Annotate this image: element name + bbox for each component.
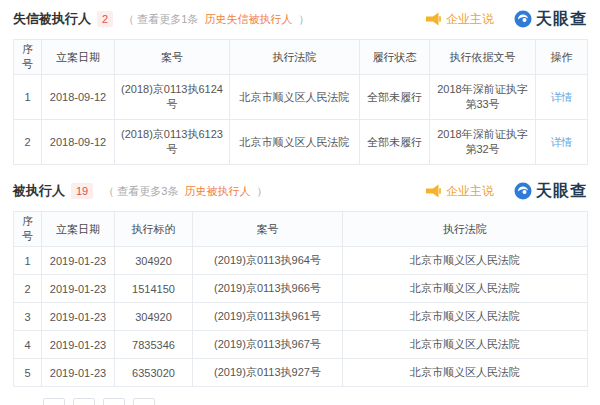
tianyancha-logo-text: 天眼查 [536, 181, 587, 202]
table1-col-court: 执行法院 [230, 40, 360, 75]
table1-col-status: 履行状态 [360, 40, 430, 75]
section1-more: （ 查看更多1条 历史失信被执行人 ） [123, 12, 309, 27]
section1-history-link[interactable]: 历史失信被执行人 [204, 13, 292, 25]
table2-col-no: 序号 [14, 212, 42, 247]
table1-col-date: 立案日期 [42, 40, 115, 75]
table2-col-date: 立案日期 [42, 212, 115, 247]
section1-more-suffix: ） [298, 13, 309, 25]
cell-no: 4 [14, 331, 42, 359]
cell-date: 2019-01-23 [42, 331, 115, 359]
table1-col-basis: 执行依据文号 [430, 40, 536, 75]
section2-count-badge: 19 [71, 183, 93, 199]
section2-title: 被执行人 [13, 182, 65, 200]
tianyancha-logo-text: 天眼查 [536, 9, 587, 30]
megaphone-icon [425, 184, 441, 198]
cell-caseno: (2018)京0113执6123号 [115, 120, 230, 165]
tianyancha-logo-icon [514, 182, 532, 200]
section2-more-suffix: ） [257, 185, 268, 197]
cell-target: 7835346 [115, 331, 193, 359]
cell-action: 详情 [536, 75, 588, 120]
cell-status: 全部未履行 [360, 120, 430, 165]
detail-link[interactable]: 详情 [551, 136, 573, 148]
cell-court: 北京市顺义区人民法院 [343, 359, 588, 387]
cell-date: 2018-09-12 [42, 75, 115, 120]
section2-history-link[interactable]: 历史被执行人 [185, 185, 251, 197]
cell-caseno: (2019)京0113执966号 [193, 275, 343, 303]
table-row: 3 2019-01-23 304920 (2019)京0113执961号 北京市… [14, 303, 588, 331]
cell-caseno: (2019)京0113执967号 [193, 331, 343, 359]
table-row: 5 2019-01-23 6353020 (2019)京0113执927号 北京… [14, 359, 588, 387]
pagination-page-3[interactable]: 3 [73, 398, 95, 405]
cell-date: 2019-01-23 [42, 247, 115, 275]
table2-col-caseno: 案号 [193, 212, 343, 247]
cell-court: 北京市顺义区人民法院 [230, 75, 360, 120]
section1-header: 失信被执行人 2 （ 查看更多1条 历史失信被执行人 ） 企业主说 天眼查 [13, 8, 587, 30]
table-row: 1 2018-09-12 (2018)京0113执6124号 北京市顺义区人民法… [14, 75, 588, 120]
megaphone-icon [425, 12, 441, 26]
cell-date: 2018-09-12 [42, 120, 115, 165]
cell-basis: 2018年深前证执字第33号 [430, 75, 536, 120]
biz-owner-label: 企业主说 [446, 183, 494, 200]
section1-header-left: 失信被执行人 2 （ 查看更多1条 历史失信被执行人 ） [13, 10, 309, 28]
section1-biz-owner-button[interactable]: 企业主说 [425, 11, 494, 28]
pagination-page-2[interactable]: 2 [43, 398, 65, 405]
cell-court: 北京市顺义区人民法院 [343, 331, 588, 359]
cell-action: 详情 [536, 120, 588, 165]
cell-target: 304920 [115, 247, 193, 275]
cell-no: 2 [14, 275, 42, 303]
section1-more-prefix: （ 查看更多1条 [123, 13, 198, 25]
executee-table: 序号 立案日期 执行标的 案号 执行法院 1 2019-01-23 304920… [13, 211, 588, 387]
cell-caseno: (2019)京0113执964号 [193, 247, 343, 275]
section2-header: 被执行人 19 （ 查看更多3条 历史被执行人 ） 企业主说 天眼查 [13, 180, 587, 202]
detail-link[interactable]: 详情 [551, 91, 573, 103]
pagination-next-button[interactable]: > [133, 398, 155, 405]
section2-more: （ 查看更多3条 历史被执行人 ） [103, 184, 267, 199]
section1-tianyancha-logo: 天眼查 [514, 9, 587, 30]
cell-no: 1 [14, 247, 42, 275]
cell-target: 6353020 [115, 359, 193, 387]
cell-basis: 2018年深前证执字第32号 [430, 120, 536, 165]
table2-header-row: 序号 立案日期 执行标的 案号 执行法院 [14, 212, 588, 247]
cell-caseno: (2019)京0113执961号 [193, 303, 343, 331]
cell-no: 1 [14, 75, 42, 120]
pagination: 1 2 3 4 > [13, 398, 587, 405]
cell-no: 3 [14, 303, 42, 331]
table-row: 2 2019-01-23 1514150 (2019)京0113执966号 北京… [14, 275, 588, 303]
section2-tianyancha-logo: 天眼查 [514, 181, 587, 202]
cell-court: 北京市顺义区人民法院 [343, 275, 588, 303]
cell-status: 全部未履行 [360, 75, 430, 120]
biz-owner-label: 企业主说 [446, 11, 494, 28]
table-row: 4 2019-01-23 7835346 (2019)京0113执967号 北京… [14, 331, 588, 359]
table1-col-no: 序号 [14, 40, 42, 75]
dishonest-executee-table: 序号 立案日期 案号 执行法院 履行状态 执行依据文号 操作 1 2018-09… [13, 39, 588, 165]
table1-col-caseno: 案号 [115, 40, 230, 75]
section2-header-left: 被执行人 19 （ 查看更多3条 历史被执行人 ） [13, 182, 268, 200]
cell-court: 北京市顺义区人民法院 [343, 303, 588, 331]
section1-header-right: 企业主说 天眼查 [425, 9, 587, 30]
table1-header-row: 序号 立案日期 案号 执行法院 履行状态 执行依据文号 操作 [14, 40, 588, 75]
cell-caseno: (2018)京0113执6124号 [115, 75, 230, 120]
section2-biz-owner-button[interactable]: 企业主说 [425, 183, 494, 200]
section1-title: 失信被执行人 [13, 10, 91, 28]
cell-target: 304920 [115, 303, 193, 331]
table2-col-court: 执行法院 [343, 212, 588, 247]
table-row: 1 2019-01-23 304920 (2019)京0113执964号 北京市… [14, 247, 588, 275]
pagination-page-4[interactable]: 4 [103, 398, 125, 405]
section-dishonest-executee: 失信被执行人 2 （ 查看更多1条 历史失信被执行人 ） 企业主说 天眼查 序号 [13, 8, 587, 165]
cell-caseno: (2019)京0113执927号 [193, 359, 343, 387]
section2-more-prefix: （ 查看更多3条 [103, 185, 178, 197]
cell-court: 北京市顺义区人民法院 [230, 120, 360, 165]
cell-date: 2019-01-23 [42, 275, 115, 303]
cell-date: 2019-01-23 [42, 359, 115, 387]
table1-col-action: 操作 [536, 40, 588, 75]
pagination-current-page: 1 [13, 398, 35, 405]
table2-col-target: 执行标的 [115, 212, 193, 247]
table-row: 2 2018-09-12 (2018)京0113执6123号 北京市顺义区人民法… [14, 120, 588, 165]
section1-count-badge: 2 [97, 11, 113, 27]
section-executee: 被执行人 19 （ 查看更多3条 历史被执行人 ） 企业主说 天眼查 序号 立 [13, 180, 587, 405]
cell-court: 北京市顺义区人民法院 [343, 247, 588, 275]
tianyancha-logo-icon [514, 10, 532, 28]
cell-no: 2 [14, 120, 42, 165]
cell-target: 1514150 [115, 275, 193, 303]
section2-header-right: 企业主说 天眼查 [425, 181, 587, 202]
